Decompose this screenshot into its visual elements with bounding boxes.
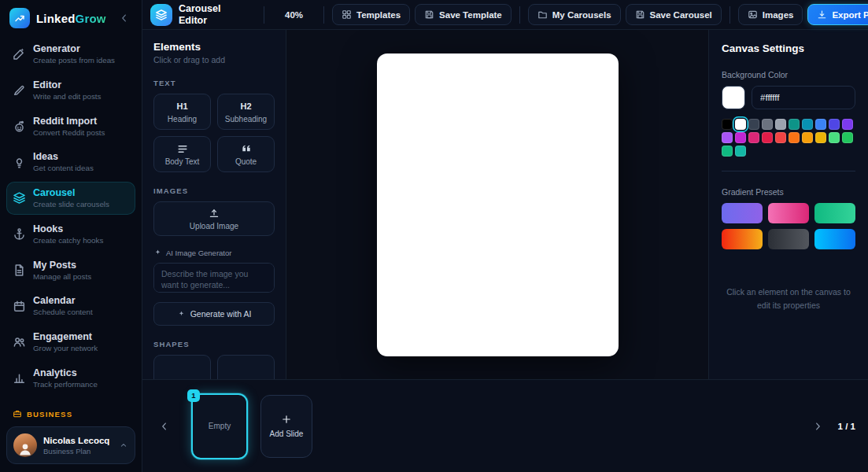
palette-color-10b981[interactable] xyxy=(722,146,733,157)
sidebar-item-text: IdeasGet content ideas xyxy=(33,151,94,173)
folder-icon xyxy=(537,9,548,20)
gradient-preset-5[interactable] xyxy=(768,229,809,249)
pencil-icon xyxy=(13,83,26,97)
gradient-preset-3[interactable] xyxy=(814,203,855,223)
palette-color-e11d48[interactable] xyxy=(762,132,773,143)
gradient-preset-1[interactable] xyxy=(722,203,763,223)
palette-color-4ade80[interactable] xyxy=(829,132,840,143)
color-hex-input[interactable] xyxy=(752,86,855,109)
palette-color-7c3aed[interactable] xyxy=(842,119,853,130)
palette-color-f97316[interactable] xyxy=(789,132,800,143)
sidebar-item-text: EngagementGrow your network xyxy=(33,331,98,353)
export-pdf-button[interactable]: Export PDF xyxy=(807,4,868,25)
chart-icon xyxy=(13,371,26,385)
images-button[interactable]: Images xyxy=(738,4,803,25)
color-row xyxy=(722,86,855,109)
user-plan: Business Plan xyxy=(43,447,109,455)
palette-color-14b8a6[interactable] xyxy=(735,146,746,157)
toolbar: Carousel Editor 40% Templates Save Templ… xyxy=(142,0,868,30)
slide-number-badge: 1 xyxy=(187,389,200,402)
slides-next-button[interactable] xyxy=(808,417,827,436)
toolbar-divider xyxy=(519,6,520,24)
sidebar-item-text: AnalyticsTrack performance xyxy=(33,367,98,389)
h2-icon: H2 xyxy=(240,101,253,112)
palette-color-db2777[interactable] xyxy=(748,132,759,143)
palette-color-0d9488[interactable] xyxy=(789,119,800,130)
upload-image-button[interactable]: Upload Image xyxy=(153,201,275,236)
palette-color-000000[interactable] xyxy=(722,119,733,130)
element-subheading-button[interactable]: H2Subheading xyxy=(217,94,275,130)
sidebar-item-calendar[interactable]: CalendarSchedule content xyxy=(6,289,135,323)
zoom-in-button[interactable] xyxy=(309,6,316,24)
save-carousel-button[interactable]: Save Carousel xyxy=(626,4,722,25)
palette-color-a855f7[interactable] xyxy=(722,132,733,143)
sidebar-item-text: My PostsManage all posts xyxy=(33,260,91,282)
palette-color-9ca3af[interactable] xyxy=(775,119,786,130)
sidebar-item-engagement[interactable]: EngagementGrow your network xyxy=(6,326,135,359)
sidebar-item-analytics[interactable]: AnalyticsTrack performance xyxy=(6,362,135,395)
quote-icon xyxy=(240,143,253,155)
redo-button[interactable] xyxy=(249,6,256,24)
sparkles-icon xyxy=(177,310,186,319)
elements-panel: Elements Click or drag to add TEXT H1Hea… xyxy=(142,30,286,379)
palette-color-eab308[interactable] xyxy=(815,132,826,143)
sidebar-item-carousel[interactable]: CarouselCreate slide carousels xyxy=(6,182,135,215)
sidebar-item-ideas[interactable]: IdeasGet content ideas xyxy=(6,146,135,179)
generate-with-ai-button[interactable]: Generate with AI xyxy=(153,302,275,326)
gradient-preset-2[interactable] xyxy=(768,203,809,223)
slide-canvas[interactable] xyxy=(377,53,619,356)
sidebar-item-generator[interactable]: GeneratorCreate posts from ideas xyxy=(6,38,135,71)
person-icon xyxy=(17,441,33,457)
my-carousels-button[interactable]: My Carousels xyxy=(528,4,621,25)
save-template-button[interactable]: Save Template xyxy=(415,4,512,25)
editor-title: Carousel Editor xyxy=(150,3,226,26)
sidebar-item-text: EditorWrite and edit posts xyxy=(33,79,101,101)
calendar-icon xyxy=(13,300,26,313)
user-name: Nicolas Lecocq xyxy=(43,435,109,446)
canvas-hint: Click an element on the canvas to edit i… xyxy=(722,286,855,312)
image-icon xyxy=(748,9,758,20)
palette-color-374151[interactable] xyxy=(748,119,759,130)
shape-button[interactable] xyxy=(217,355,275,379)
palette-color-f59e0b[interactable] xyxy=(802,132,813,143)
sidebar-item-hooks[interactable]: HooksCreate catchy hooks xyxy=(6,218,135,251)
slides-prev-button[interactable] xyxy=(155,417,174,436)
palette-color-0891b2[interactable] xyxy=(802,119,813,130)
palette-color-ffffff[interactable] xyxy=(735,119,746,130)
sidebar-item-reddit-import[interactable]: Reddit ImportConvert Reddit posts xyxy=(6,110,135,143)
palette-color-4f46e5[interactable] xyxy=(829,119,840,130)
palette-color-3b82f6[interactable] xyxy=(815,119,826,130)
toolbar-divider xyxy=(323,6,324,24)
brand-name: LinkedGrow xyxy=(36,12,106,25)
templates-button[interactable]: Templates xyxy=(332,4,410,25)
export-icon xyxy=(817,9,827,20)
gradient-presets xyxy=(722,203,855,249)
current-color-swatch[interactable] xyxy=(722,86,745,109)
slide-counter: 1 / 1 xyxy=(838,422,855,431)
ai-prompt-input[interactable] xyxy=(153,263,275,293)
slide-label: Empty xyxy=(209,422,231,430)
sidebar-item-my-posts[interactable]: My PostsManage all posts xyxy=(6,254,135,287)
gradient-preset-4[interactable] xyxy=(722,229,763,249)
sidebar-item-editor[interactable]: EditorWrite and edit posts xyxy=(6,74,135,107)
app-root: LinkedGrow GeneratorCreate posts from id… xyxy=(0,0,868,472)
zoom-out-button[interactable] xyxy=(272,6,279,24)
sidebar-collapse-button[interactable] xyxy=(116,10,132,26)
user-card[interactable]: Nicolas Lecocq Business Plan xyxy=(6,426,135,464)
shapes-grid xyxy=(153,355,275,379)
shape-button[interactable] xyxy=(153,355,211,379)
element-body-text-button[interactable]: Body Text xyxy=(153,136,211,172)
palette-color-c026d3[interactable] xyxy=(735,132,746,143)
slide-thumbnail[interactable]: 1Empty xyxy=(191,393,248,459)
palette-color-6b7280[interactable] xyxy=(762,119,773,130)
slide-strip: 1EmptyAdd Slide xyxy=(183,393,799,459)
element-heading-button[interactable]: H1Heading xyxy=(153,94,211,130)
palette-color-22c55e[interactable] xyxy=(842,132,853,143)
element-quote-button[interactable]: Quote xyxy=(217,136,275,172)
palette-color-ef4444[interactable] xyxy=(775,132,786,143)
gradient-preset-6[interactable] xyxy=(814,229,855,249)
text-section-label: TEXT xyxy=(153,79,275,87)
undo-button[interactable] xyxy=(238,6,245,24)
add-slide-button[interactable]: Add Slide xyxy=(260,395,312,458)
canvas-settings-panel: Canvas Settings Background Color Gradien… xyxy=(708,30,868,379)
